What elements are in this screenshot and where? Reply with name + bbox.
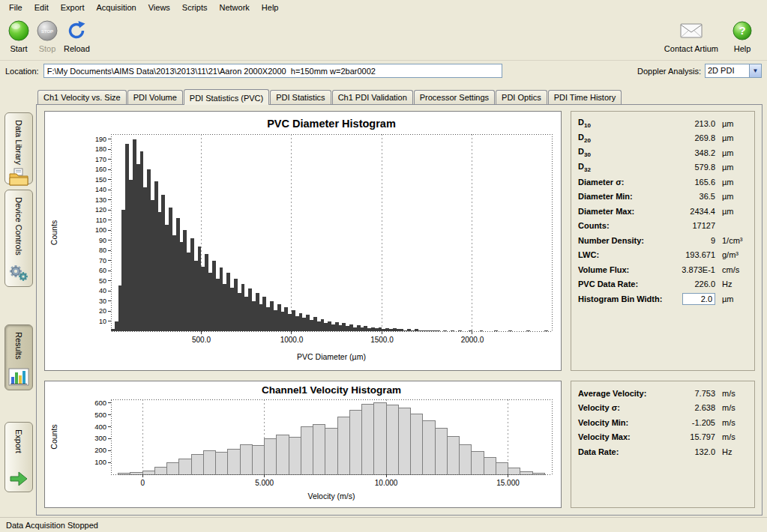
menu-item-scripts[interactable]: Scripts [176, 1, 214, 13]
stat-data-rate: Data Rate:132.0Hz [578, 444, 747, 459]
location-bar: Location: Doppler Analysis: 2D PDI ▼ [0, 60, 767, 81]
stat-value: -1.205 [692, 418, 715, 427]
stat-value-column: 3.873E-1 [663, 265, 715, 274]
svg-text:60: 60 [99, 267, 106, 274]
tab-ch1-velocity-vs-size[interactable]: Ch1 Velocity vs. Size [37, 90, 127, 104]
stat-label: Volume Flux: [578, 265, 663, 274]
help-button[interactable]: ? Help [728, 17, 757, 55]
tab-ch1-pdi-validation[interactable]: Ch1 PDI Validation [332, 90, 413, 104]
chevron-down-icon: ▼ [749, 64, 761, 77]
status-bar: Data Acquisition Stopped [0, 517, 767, 532]
stat-velocity-min: Velocity Min:-1.205m/s [578, 415, 747, 430]
stat-unit: µm [715, 133, 747, 142]
data-library-icon [8, 168, 29, 186]
location-input[interactable] [43, 64, 502, 78]
location-label: Location: [5, 67, 39, 76]
tab-pdi-statistics-pvc[interactable]: PDI Statistics (PVC) [184, 89, 269, 105]
svg-text:2000.0: 2000.0 [461, 336, 484, 344]
stat-value-column: 213.0 [663, 119, 715, 128]
stat-value: 7.753 [694, 389, 715, 398]
svg-text:120: 120 [95, 206, 106, 214]
stat-unit: g/m³ [715, 250, 747, 259]
histogram-bin-width-input[interactable] [682, 293, 715, 305]
stat-value: 17127 [692, 221, 715, 230]
tab-pdi-optics[interactable]: PDI Optics [496, 90, 547, 104]
tab-pdi-time-history[interactable]: PDI Time History [548, 90, 622, 104]
sidebar-item-label: Data Library [14, 120, 23, 165]
menu-item-views[interactable]: Views [142, 1, 176, 13]
chart-title: PVC Diameter Histogram [267, 118, 396, 130]
contact-artium-button[interactable]: Contact Artium [662, 17, 721, 55]
stat-value-column: 579.8 [663, 163, 715, 172]
tab-pdi-statistics[interactable]: PDI Statistics [270, 90, 331, 104]
stat-value-column: 348.2 [663, 148, 715, 157]
stop-button-label: Stop [39, 44, 56, 53]
velocity-histogram-chart: 05.00010.00015.000100200300400500600Chan… [45, 381, 561, 507]
menu-item-network[interactable]: Network [213, 1, 255, 13]
stat-label: Histogram Bin Width: [578, 294, 663, 303]
stat-value-column: 2434.4 [663, 207, 715, 216]
stat-value-column: 165.6 [663, 178, 715, 187]
menu-item-export[interactable]: Export [55, 1, 91, 13]
stat-label: LWC: [578, 250, 663, 259]
main-area: Data LibraryDevice ControlsResultsExport… [0, 81, 767, 517]
tab-processor-settings[interactable]: Processor Settings [414, 90, 495, 104]
tab-pdi-volume[interactable]: PDI Volume [127, 90, 183, 104]
stat-average-velocity: Average Velocity:7.753m/s [578, 386, 747, 401]
sidebar-item-data-library[interactable]: Data Library [4, 112, 33, 184]
stat-lwc: LWC:193.671g/m³ [578, 248, 747, 263]
stat-unit: µm [715, 192, 747, 201]
stat-label: Counts: [578, 221, 663, 230]
stat-label: D10 [578, 118, 663, 129]
x-axis-label: Velocity (m/s) [307, 492, 355, 501]
stat-d20: D20269.8µm [578, 131, 747, 146]
stat-value-column [663, 293, 715, 305]
menu-item-help[interactable]: Help [256, 1, 285, 13]
stop-button[interactable]: STOP Stop [33, 17, 61, 55]
svg-text:10.000: 10.000 [375, 479, 398, 487]
stat-value-column: 17127 [663, 221, 715, 230]
doppler-analysis-group: Doppler Analysis: 2D PDI ▼ [637, 64, 762, 78]
menu-bar: FileEditExportAcquisitionViewsScriptsNet… [0, 0, 767, 14]
export-icon [8, 470, 29, 488]
stat-value: 579.8 [694, 163, 715, 172]
svg-text:190: 190 [95, 136, 106, 143]
stat-unit: µm [715, 163, 747, 172]
y-axis-label: Counts [49, 424, 58, 449]
stat-diameter: Diameter σ:165.6µm [578, 175, 747, 190]
reload-button[interactable]: Reload [61, 17, 92, 55]
svg-text:170: 170 [95, 156, 106, 163]
svg-text:140: 140 [95, 186, 106, 193]
svg-text:600: 600 [94, 399, 106, 407]
device-controls-icon [8, 265, 29, 282]
doppler-analysis-select[interactable]: 2D PDI ▼ [705, 64, 762, 78]
stat-number-density: Number Density:91/cm³ [578, 233, 747, 248]
menu-item-edit[interactable]: Edit [28, 1, 55, 13]
sidebar-item-results[interactable]: Results [4, 324, 33, 390]
svg-text:1000.0: 1000.0 [280, 336, 304, 344]
stat-volume-flux: Volume Flux:3.873E-1cm/s [578, 262, 747, 277]
stat-value-column: 36.5 [663, 192, 715, 201]
stat-diameter-min: Diameter Min:36.5µm [578, 190, 747, 205]
svg-text:20: 20 [99, 307, 106, 315]
start-button-label: Start [10, 44, 27, 53]
start-button[interactable]: Start [4, 17, 33, 55]
stat-label: Velocity Min: [578, 418, 663, 427]
stat-label: Velocity σ: [578, 403, 663, 412]
sidebar-item-export[interactable]: Export [4, 422, 33, 492]
sidebar-item-device-controls[interactable]: Device Controls [4, 190, 33, 287]
stat-label: Diameter Max: [578, 207, 663, 216]
svg-text:160: 160 [95, 166, 106, 173]
stat-value: 213.0 [694, 119, 715, 128]
stat-label: Average Velocity: [578, 389, 663, 398]
application-window: FileEditExportAcquisitionViewsScriptsNet… [0, 0, 767, 532]
stat-value-column: 2.638 [663, 403, 715, 412]
y-axis-label: Counts [49, 220, 58, 245]
stat-unit: µm [715, 207, 747, 216]
stat-diameter-max: Diameter Max:2434.4µm [578, 204, 747, 219]
menu-item-file[interactable]: File [3, 1, 28, 13]
svg-text:150: 150 [95, 176, 106, 184]
stat-unit: µm [715, 178, 747, 187]
menu-item-acquisition[interactable]: Acquisition [91, 1, 142, 13]
stat-value: 36.5 [700, 192, 715, 201]
